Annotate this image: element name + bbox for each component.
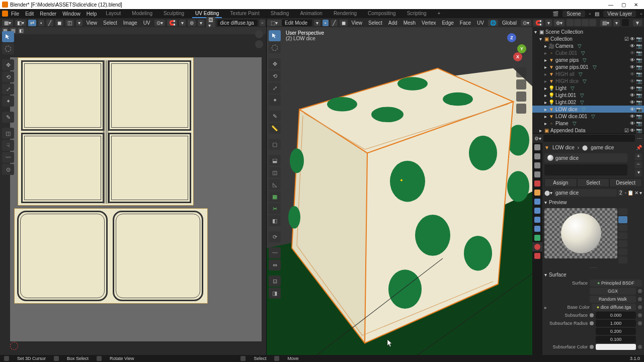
vp-gizmo-toggle-icon[interactable] bbox=[574, 19, 581, 26]
render-icon[interactable]: 📷 bbox=[636, 78, 642, 84]
vp-menu-uv[interactable]: UV bbox=[475, 20, 486, 26]
vp-menu-view[interactable]: View bbox=[350, 20, 365, 26]
render-icon[interactable]: 📷 bbox=[636, 100, 642, 105]
uv-snap-icon[interactable]: 🧲 bbox=[167, 20, 177, 26]
menu-edit[interactable]: Edit bbox=[25, 11, 34, 17]
material-unlink-icon[interactable]: ✕ bbox=[634, 190, 638, 196]
sss-method-select[interactable]: Random Walk bbox=[590, 296, 636, 303]
prop-socket-icon[interactable] bbox=[590, 321, 594, 325]
surface-section-header[interactable]: ▾ Surface bbox=[542, 271, 644, 279]
vp-tool-knife[interactable]: ✂ bbox=[269, 203, 281, 214]
props-tab-constraint[interactable] bbox=[532, 224, 542, 233]
sss-radius-z[interactable]: 0.100 bbox=[596, 336, 636, 343]
subsurface-value[interactable]: 0.000 bbox=[596, 312, 636, 319]
preview-flat-icon[interactable] bbox=[618, 208, 627, 215]
props-tab-scene[interactable] bbox=[532, 170, 542, 179]
props-search-input[interactable] bbox=[543, 135, 635, 142]
uv-image-name[interactable]: dice diffuse.tga bbox=[217, 20, 258, 26]
material-name-field[interactable]: game dice bbox=[553, 189, 617, 197]
prop-keyframe-icon[interactable] bbox=[638, 313, 642, 317]
tree-row[interactable]: ▾ ▣ Scene Collection bbox=[532, 28, 644, 35]
assign-button[interactable]: Assign bbox=[544, 178, 577, 187]
props-type-icon[interactable]: ⚙▾ bbox=[534, 136, 541, 141]
checkbox-icon[interactable]: ☑ bbox=[624, 36, 629, 42]
prop-socket-icon[interactable] bbox=[590, 345, 594, 349]
vp-orientation[interactable]: Global bbox=[500, 20, 519, 26]
outliner-type-icon[interactable]: ▤▾ bbox=[600, 20, 611, 26]
preview-fluid-icon[interactable] bbox=[618, 256, 627, 263]
vp-tool-rotate[interactable]: ⟲ bbox=[269, 70, 281, 81]
menu-window[interactable]: Window bbox=[62, 11, 80, 17]
tree-row[interactable]: ▸💡Light.002▽👁📷 bbox=[532, 99, 644, 106]
uv-sync-icon[interactable]: ⇄ bbox=[28, 20, 36, 26]
props-tab-viewlayer[interactable] bbox=[532, 161, 542, 170]
tab-scripting[interactable]: Scripting bbox=[404, 10, 430, 18]
preview-cloth-icon[interactable] bbox=[618, 248, 627, 255]
material-browse-icon[interactable]: ⬤▾ bbox=[544, 190, 552, 196]
eye-icon[interactable]: 👁 bbox=[630, 43, 635, 49]
mat-add-icon[interactable]: + bbox=[635, 153, 642, 160]
vp-tool-scale[interactable]: ⤢ bbox=[269, 82, 281, 94]
vp-mode-chevron-icon[interactable]: ▾ bbox=[314, 20, 320, 26]
sss-color-swatch[interactable] bbox=[596, 344, 636, 350]
uv-pan-icon[interactable] bbox=[255, 40, 263, 48]
preview-sphere-icon[interactable] bbox=[618, 216, 627, 223]
props-tab-output[interactable] bbox=[532, 152, 542, 161]
deselect-button[interactable]: Deselect bbox=[609, 178, 642, 187]
render-icon[interactable]: 📷 bbox=[636, 85, 642, 91]
uv-sel-vert-icon[interactable]: ▪ bbox=[38, 20, 44, 26]
render-icon[interactable]: 📷 bbox=[636, 43, 642, 49]
material-users[interactable]: 2 bbox=[618, 190, 624, 196]
prop-keyframe-icon[interactable] bbox=[638, 345, 642, 349]
vp-menu-select[interactable]: Select bbox=[366, 20, 384, 26]
eye-icon[interactable]: 👁 bbox=[630, 93, 635, 98]
eye-icon[interactable]: 👁 bbox=[630, 64, 635, 70]
vp-menu-edge[interactable]: Edge bbox=[440, 20, 455, 26]
preview-cube-icon[interactable] bbox=[618, 224, 627, 231]
tree-row[interactable]: ▸▼LOW dice▽👁📷 bbox=[532, 106, 644, 113]
uv-tool-rotate[interactable]: ⟲ bbox=[2, 71, 14, 82]
outliner-search-input[interactable] bbox=[622, 19, 629, 26]
outliner-filter2-icon[interactable]: ▼ bbox=[633, 20, 642, 26]
maximize-button[interactable]: ▢ bbox=[621, 2, 626, 8]
vp-menu-face[interactable]: Face bbox=[458, 20, 473, 26]
preview-section-header[interactable]: ▾ Preview bbox=[542, 199, 644, 206]
eye-icon[interactable]: 👁 bbox=[630, 85, 635, 91]
props-tab-object[interactable] bbox=[532, 188, 542, 197]
menu-render[interactable]: Render bbox=[40, 11, 56, 17]
eye-icon[interactable]: 👁 bbox=[630, 128, 635, 133]
eye-icon[interactable]: 👁 bbox=[630, 71, 635, 77]
tree-row[interactable]: ▸▼HIGH all▽👁📷 bbox=[532, 70, 644, 77]
preview-hair-icon[interactable] bbox=[618, 232, 627, 239]
scene-name-field[interactable]: Scene bbox=[562, 11, 585, 17]
prop-keyframe-icon[interactable] bbox=[638, 289, 642, 293]
gizmo-z-axis[interactable]: Z bbox=[507, 33, 516, 42]
checkbox-icon[interactable]: ☑ bbox=[624, 128, 629, 133]
preview-drag-handle[interactable]: ⋯⋯ bbox=[544, 265, 642, 270]
vp-tool-extrude[interactable]: ⬓ bbox=[269, 155, 281, 166]
tree-row[interactable]: ▸ ▣ Appended Data ☑👁📷 bbox=[532, 127, 644, 134]
render-icon[interactable]: 📷 bbox=[636, 57, 642, 63]
vp-camera-icon[interactable] bbox=[516, 92, 526, 102]
tab-rendering[interactable]: Rendering bbox=[331, 10, 360, 18]
breadcrumb-obj[interactable]: LOW dice bbox=[552, 145, 575, 150]
vp-orientation-icon[interactable]: 🌐 bbox=[488, 20, 498, 26]
vp-visibility-icon[interactable] bbox=[567, 19, 574, 26]
uv-tool-move[interactable]: ✥ bbox=[2, 59, 14, 70]
tree-row[interactable]: ▸🎥Camera▽👁📷 bbox=[532, 42, 644, 49]
tree-row[interactable]: ▸💡Light▽👁📷 bbox=[532, 84, 644, 92]
vp-zoom-icon[interactable] bbox=[516, 67, 526, 77]
props-tab-texture[interactable] bbox=[532, 251, 542, 260]
tree-row[interactable]: ▾ ▣ Collection ☑👁📷 bbox=[532, 35, 644, 42]
uv-pivot-icon[interactable]: ⊙▾ bbox=[154, 20, 165, 26]
tree-row[interactable]: ▸▼game pips.001▽👁📷 bbox=[532, 63, 644, 70]
menu-help[interactable]: Help bbox=[87, 11, 97, 17]
uv-tool-select[interactable] bbox=[2, 31, 14, 42]
uv-menu-image[interactable]: Image bbox=[121, 20, 139, 26]
uv-tool-annotate[interactable]: ✎ bbox=[2, 112, 14, 123]
tree-row[interactable]: ▸▼LOW dice.001▽👁📷 bbox=[532, 113, 644, 120]
vp-mode-select[interactable]: Edit Mode bbox=[282, 20, 312, 26]
material-slot-empty[interactable] bbox=[544, 164, 627, 175]
vp-tool-loopcut[interactable]: ▦ bbox=[269, 191, 281, 202]
uv-zoom-icon[interactable] bbox=[255, 30, 263, 38]
